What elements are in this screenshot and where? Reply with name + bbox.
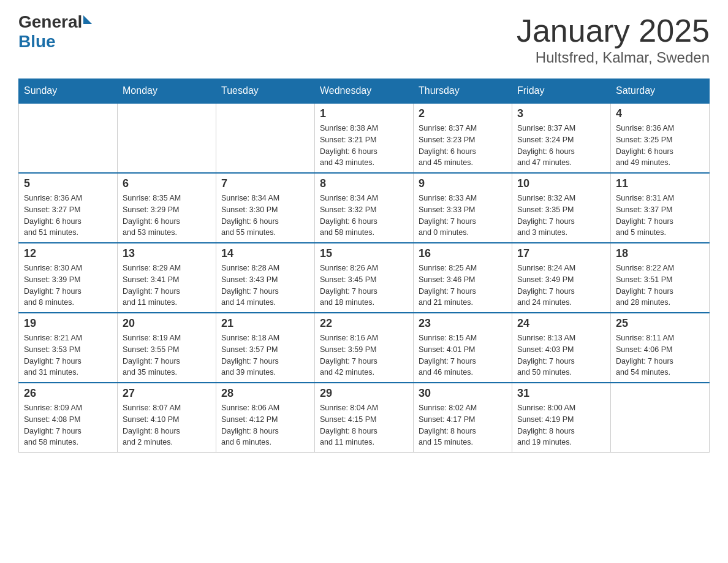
calendar-cell: 13Sunrise: 8:29 AMSunset: 3:41 PMDayligh… xyxy=(118,243,216,313)
calendar-cell: 29Sunrise: 8:04 AMSunset: 4:15 PMDayligh… xyxy=(315,383,414,453)
calendar-header-row: SundayMondayTuesdayWednesdayThursdayFrid… xyxy=(19,79,710,104)
day-number: 25 xyxy=(616,317,704,330)
calendar-header-friday: Friday xyxy=(512,79,611,104)
day-info: Sunrise: 8:21 AMSunset: 3:53 PMDaylight:… xyxy=(24,332,112,378)
calendar-cell: 22Sunrise: 8:16 AMSunset: 3:59 PMDayligh… xyxy=(315,313,414,383)
logo-general-text: General xyxy=(18,12,82,32)
calendar-cell xyxy=(118,103,216,173)
calendar-cell: 6Sunrise: 8:35 AMSunset: 3:29 PMDaylight… xyxy=(118,173,216,243)
calendar-cell: 20Sunrise: 8:19 AMSunset: 3:55 PMDayligh… xyxy=(118,313,216,383)
day-number: 8 xyxy=(320,177,408,190)
day-number: 28 xyxy=(221,387,309,400)
day-number: 12 xyxy=(24,247,112,260)
day-number: 15 xyxy=(320,247,408,260)
calendar-cell xyxy=(19,103,118,173)
day-info: Sunrise: 8:37 AMSunset: 3:24 PMDaylight:… xyxy=(517,123,605,169)
page-header: General Blue January 2025 Hultsfred, Kal… xyxy=(18,12,710,66)
calendar-header-thursday: Thursday xyxy=(414,79,512,104)
day-info: Sunrise: 8:34 AMSunset: 3:32 PMDaylight:… xyxy=(320,193,408,239)
day-info: Sunrise: 8:04 AMSunset: 4:15 PMDaylight:… xyxy=(320,402,408,448)
logo-blue-text: Blue xyxy=(18,32,56,51)
day-number: 6 xyxy=(123,177,211,190)
day-number: 11 xyxy=(616,177,704,190)
calendar-header-monday: Monday xyxy=(118,79,216,104)
day-number: 13 xyxy=(123,247,211,260)
day-number: 14 xyxy=(221,247,309,260)
day-number: 23 xyxy=(419,317,507,330)
calendar-cell: 12Sunrise: 8:30 AMSunset: 3:39 PMDayligh… xyxy=(19,243,118,313)
calendar-week-row: 26Sunrise: 8:09 AMSunset: 4:08 PMDayligh… xyxy=(19,383,710,453)
day-number: 21 xyxy=(221,317,309,330)
calendar-cell: 11Sunrise: 8:31 AMSunset: 3:37 PMDayligh… xyxy=(611,173,710,243)
calendar-cell: 4Sunrise: 8:36 AMSunset: 3:25 PMDaylight… xyxy=(611,103,710,173)
day-info: Sunrise: 8:16 AMSunset: 3:59 PMDaylight:… xyxy=(320,332,408,378)
calendar-cell: 18Sunrise: 8:22 AMSunset: 3:51 PMDayligh… xyxy=(611,243,710,313)
calendar-cell: 5Sunrise: 8:36 AMSunset: 3:27 PMDaylight… xyxy=(19,173,118,243)
month-title: January 2025 xyxy=(517,12,710,49)
calendar-cell: 27Sunrise: 8:07 AMSunset: 4:10 PMDayligh… xyxy=(118,383,216,453)
calendar-cell: 23Sunrise: 8:15 AMSunset: 4:01 PMDayligh… xyxy=(414,313,512,383)
day-info: Sunrise: 8:28 AMSunset: 3:43 PMDaylight:… xyxy=(221,262,309,308)
day-info: Sunrise: 8:36 AMSunset: 3:25 PMDaylight:… xyxy=(616,123,704,169)
calendar-cell: 31Sunrise: 8:00 AMSunset: 4:19 PMDayligh… xyxy=(512,383,611,453)
day-number: 30 xyxy=(419,387,507,400)
calendar-table: SundayMondayTuesdayWednesdayThursdayFrid… xyxy=(18,79,710,453)
calendar-cell: 14Sunrise: 8:28 AMSunset: 3:43 PMDayligh… xyxy=(216,243,315,313)
day-info: Sunrise: 8:13 AMSunset: 4:03 PMDaylight:… xyxy=(517,332,605,378)
day-number: 31 xyxy=(517,387,605,400)
day-info: Sunrise: 8:19 AMSunset: 3:55 PMDaylight:… xyxy=(123,332,211,378)
calendar-cell: 17Sunrise: 8:24 AMSunset: 3:49 PMDayligh… xyxy=(512,243,611,313)
day-info: Sunrise: 8:09 AMSunset: 4:08 PMDaylight:… xyxy=(24,402,112,448)
day-info: Sunrise: 8:36 AMSunset: 3:27 PMDaylight:… xyxy=(24,193,112,239)
day-number: 3 xyxy=(517,107,605,120)
day-info: Sunrise: 8:11 AMSunset: 4:06 PMDaylight:… xyxy=(616,332,704,378)
day-info: Sunrise: 8:32 AMSunset: 3:35 PMDaylight:… xyxy=(517,193,605,239)
day-info: Sunrise: 8:35 AMSunset: 3:29 PMDaylight:… xyxy=(123,193,211,239)
calendar-header-saturday: Saturday xyxy=(611,79,710,104)
day-info: Sunrise: 8:30 AMSunset: 3:39 PMDaylight:… xyxy=(24,262,112,308)
location-title: Hultsfred, Kalmar, Sweden xyxy=(517,49,710,66)
day-number: 4 xyxy=(616,107,704,120)
day-info: Sunrise: 8:15 AMSunset: 4:01 PMDaylight:… xyxy=(419,332,507,378)
calendar-cell: 10Sunrise: 8:32 AMSunset: 3:35 PMDayligh… xyxy=(512,173,611,243)
calendar-cell xyxy=(216,103,315,173)
day-info: Sunrise: 8:07 AMSunset: 4:10 PMDaylight:… xyxy=(123,402,211,448)
day-number: 5 xyxy=(24,177,112,190)
calendar-cell: 9Sunrise: 8:33 AMSunset: 3:33 PMDaylight… xyxy=(414,173,512,243)
calendar-cell: 21Sunrise: 8:18 AMSunset: 3:57 PMDayligh… xyxy=(216,313,315,383)
day-info: Sunrise: 8:00 AMSunset: 4:19 PMDaylight:… xyxy=(517,402,605,448)
day-number: 29 xyxy=(320,387,408,400)
calendar-cell: 30Sunrise: 8:02 AMSunset: 4:17 PMDayligh… xyxy=(414,383,512,453)
logo: General Blue xyxy=(18,12,93,52)
calendar-cell: 25Sunrise: 8:11 AMSunset: 4:06 PMDayligh… xyxy=(611,313,710,383)
day-number: 1 xyxy=(320,107,408,120)
day-info: Sunrise: 8:24 AMSunset: 3:49 PMDaylight:… xyxy=(517,262,605,308)
day-number: 26 xyxy=(24,387,112,400)
day-info: Sunrise: 8:25 AMSunset: 3:46 PMDaylight:… xyxy=(419,262,507,308)
day-number: 17 xyxy=(517,247,605,260)
calendar-cell: 1Sunrise: 8:38 AMSunset: 3:21 PMDaylight… xyxy=(315,103,414,173)
calendar-week-row: 1Sunrise: 8:38 AMSunset: 3:21 PMDaylight… xyxy=(19,103,710,173)
calendar-cell: 26Sunrise: 8:09 AMSunset: 4:08 PMDayligh… xyxy=(19,383,118,453)
calendar-cell: 15Sunrise: 8:26 AMSunset: 3:45 PMDayligh… xyxy=(315,243,414,313)
day-number: 2 xyxy=(419,107,507,120)
calendar-cell: 7Sunrise: 8:34 AMSunset: 3:30 PMDaylight… xyxy=(216,173,315,243)
logo-triangle-icon xyxy=(83,15,92,24)
day-number: 7 xyxy=(221,177,309,190)
calendar-header-tuesday: Tuesday xyxy=(216,79,315,104)
day-info: Sunrise: 8:38 AMSunset: 3:21 PMDaylight:… xyxy=(320,123,408,169)
day-info: Sunrise: 8:37 AMSunset: 3:23 PMDaylight:… xyxy=(419,123,507,169)
calendar-week-row: 19Sunrise: 8:21 AMSunset: 3:53 PMDayligh… xyxy=(19,313,710,383)
day-number: 20 xyxy=(123,317,211,330)
day-number: 9 xyxy=(419,177,507,190)
day-number: 19 xyxy=(24,317,112,330)
day-number: 24 xyxy=(517,317,605,330)
calendar-header-wednesday: Wednesday xyxy=(315,79,414,104)
day-info: Sunrise: 8:26 AMSunset: 3:45 PMDaylight:… xyxy=(320,262,408,308)
day-info: Sunrise: 8:02 AMSunset: 4:17 PMDaylight:… xyxy=(419,402,507,448)
day-number: 10 xyxy=(517,177,605,190)
calendar-cell: 2Sunrise: 8:37 AMSunset: 3:23 PMDaylight… xyxy=(414,103,512,173)
day-info: Sunrise: 8:34 AMSunset: 3:30 PMDaylight:… xyxy=(221,193,309,239)
day-number: 22 xyxy=(320,317,408,330)
day-info: Sunrise: 8:22 AMSunset: 3:51 PMDaylight:… xyxy=(616,262,704,308)
